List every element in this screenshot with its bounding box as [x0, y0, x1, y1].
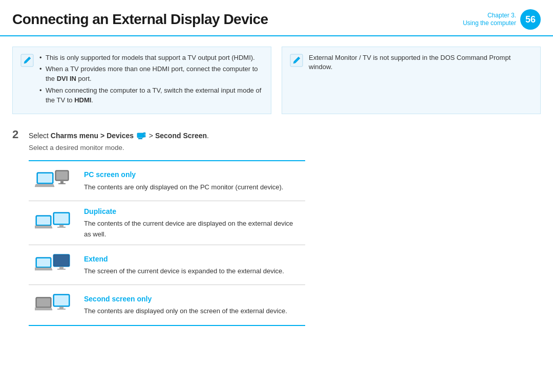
chapter-info: Chapter 3. Using the computer 56: [463, 9, 541, 30]
mode-row-pc-only: PC screen only The contents are only dis…: [29, 161, 305, 201]
svg-rect-29: [54, 295, 69, 306]
svg-rect-9: [38, 173, 52, 183]
main-content: This is only supported for models that s…: [0, 47, 553, 326]
svg-rect-18: [59, 225, 63, 227]
mode-name-pc-only: PC screen only: [84, 169, 299, 180]
mode-icon-pc-only: [29, 161, 78, 201]
svg-rect-4: [137, 133, 143, 138]
note-icon-right: [289, 53, 304, 68]
svg-rect-5: [138, 138, 142, 139]
note-text-left: This is only supported for models that s…: [39, 53, 264, 107]
svg-rect-11: [56, 171, 68, 180]
mode-name-second-only: Second screen only: [84, 294, 299, 304]
charms-device-icon: [137, 132, 146, 141]
mode-name-duplicate: Duplicate: [84, 206, 299, 216]
note-box-right: External Monitor / TV is not supported i…: [282, 47, 541, 114]
svg-rect-15: [37, 216, 50, 225]
step-content: Select Charms menu > Devices > Second Sc…: [29, 130, 209, 153]
mode-desc-pc-only: PC screen only The contents are only dis…: [78, 161, 305, 201]
page-title: Connecting an External Display Device: [12, 9, 268, 30]
svg-rect-27: [37, 298, 50, 307]
mode-icon-second-only: [29, 285, 78, 325]
notes-row: This is only supported for models that s…: [12, 47, 541, 114]
mode-description-duplicate: The contents of the current device are d…: [84, 220, 293, 238]
mode-description-second-only: The contents are displayed only on the s…: [84, 307, 287, 315]
note-text-right: External Monitor / TV is not supported i…: [309, 53, 533, 107]
mode-row-extend: Extend The screen of the current device …: [29, 245, 305, 285]
modes-table: PC screen only The contents are only dis…: [29, 160, 305, 326]
page-number-badge: 56: [520, 9, 541, 30]
mode-description-pc-only: The contents are only displayed on the P…: [84, 183, 283, 191]
mode-name-extend: Extend: [84, 254, 299, 264]
svg-rect-24: [59, 267, 63, 269]
svg-rect-21: [37, 258, 50, 267]
mode-desc-second-only: Second screen only The contents are disp…: [78, 285, 305, 325]
svg-rect-25: [57, 269, 66, 270]
note-box-left: This is only supported for models that s…: [12, 47, 271, 114]
svg-rect-23: [54, 255, 69, 266]
mode-row-duplicate: Duplicate The contents of the current de…: [29, 201, 305, 245]
page-header: Connecting an External Display Device Ch…: [0, 0, 553, 36]
step-number: 2: [12, 126, 23, 143]
mode-icon-extend: [29, 245, 78, 285]
step-main-text: Select Charms menu > Devices > Second Sc…: [29, 130, 209, 141]
mode-description-extend: The screen of the current device is expa…: [84, 267, 284, 275]
chapter-text: Chapter 3. Using the computer: [463, 12, 516, 28]
mode-row-second-only: Second screen only The contents are disp…: [29, 285, 305, 325]
svg-rect-13: [58, 183, 66, 184]
mode-desc-duplicate: Duplicate The contents of the current de…: [78, 201, 305, 245]
mode-desc-extend: Extend The screen of the current device …: [78, 245, 305, 285]
mode-icon-duplicate: [29, 201, 78, 245]
note-icon-left: [20, 53, 34, 68]
svg-rect-12: [60, 181, 63, 183]
step-section: 2 Select Charms menu > Devices > Second …: [12, 126, 541, 153]
step-sub-text: Select a desired monitor mode.: [29, 143, 209, 153]
svg-rect-30: [59, 307, 63, 309]
svg-rect-19: [57, 227, 66, 228]
svg-rect-17: [54, 213, 69, 224]
svg-rect-6: [143, 133, 145, 135]
svg-rect-7: [143, 135, 145, 137]
svg-rect-31: [57, 309, 66, 310]
